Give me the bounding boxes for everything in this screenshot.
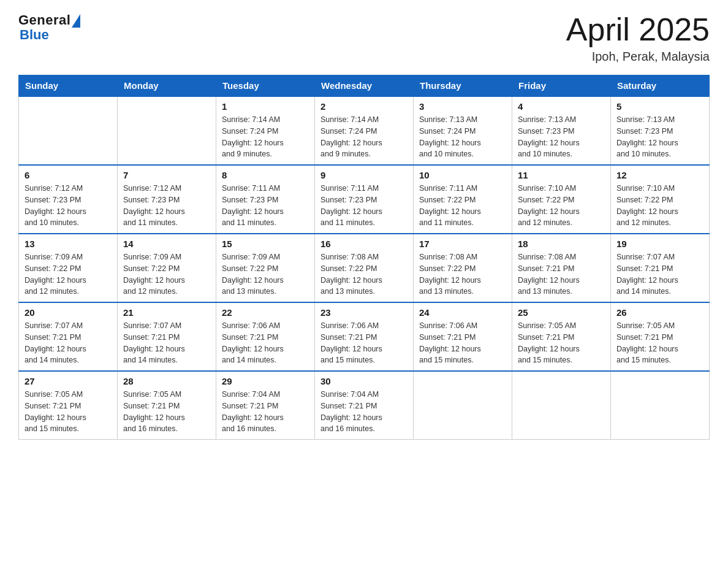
day-info: Sunrise: 7:08 AMSunset: 7:22 PMDaylight:…: [320, 251, 408, 297]
day-info: Sunrise: 7:11 AMSunset: 7:23 PMDaylight:…: [222, 183, 309, 229]
page-header: General Blue April 2025 Ipoh, Perak, Mal…: [18, 12, 710, 64]
day-number: 7: [123, 170, 210, 180]
day-number: 17: [419, 239, 506, 249]
day-number: 19: [616, 239, 703, 249]
calendar-cell: [512, 371, 611, 440]
day-number: 2: [320, 101, 408, 112]
calendar-table: SundayMondayTuesdayWednesdayThursdayFrid…: [18, 75, 710, 440]
day-info: Sunrise: 7:08 AMSunset: 7:22 PMDaylight:…: [419, 251, 506, 297]
calendar-cell: 7Sunrise: 7:12 AMSunset: 7:23 PMDaylight…: [118, 165, 216, 234]
weekday-header-tuesday: Tuesday: [216, 75, 315, 97]
calendar-cell: 16Sunrise: 7:08 AMSunset: 7:22 PMDayligh…: [315, 234, 414, 302]
day-number: 25: [518, 307, 605, 318]
day-number: 12: [616, 170, 703, 180]
calendar-cell: 19Sunrise: 7:07 AMSunset: 7:21 PMDayligh…: [611, 234, 710, 302]
logo: General Blue: [18, 12, 80, 43]
calendar-cell: 18Sunrise: 7:08 AMSunset: 7:21 PMDayligh…: [512, 234, 611, 302]
day-number: 9: [320, 170, 408, 180]
calendar-cell: 1Sunrise: 7:14 AMSunset: 7:24 PMDaylight…: [216, 96, 315, 165]
calendar-cell: 30Sunrise: 7:04 AMSunset: 7:21 PMDayligh…: [315, 371, 414, 440]
day-info: Sunrise: 7:08 AMSunset: 7:21 PMDaylight:…: [518, 251, 605, 297]
calendar-cell: 15Sunrise: 7:09 AMSunset: 7:22 PMDayligh…: [216, 234, 315, 302]
month-title: April 2025: [566, 12, 710, 47]
logo-blue-text: Blue: [18, 27, 49, 43]
calendar-cell: 14Sunrise: 7:09 AMSunset: 7:22 PMDayligh…: [118, 234, 216, 302]
calendar-cell: 20Sunrise: 7:07 AMSunset: 7:21 PMDayligh…: [19, 302, 118, 371]
day-info: Sunrise: 7:13 AMSunset: 7:23 PMDaylight:…: [616, 114, 703, 160]
day-number: 6: [25, 170, 112, 180]
weekday-header-row: SundayMondayTuesdayWednesdayThursdayFrid…: [19, 75, 710, 97]
calendar-cell: 9Sunrise: 7:11 AMSunset: 7:23 PMDaylight…: [315, 165, 414, 234]
weekday-header-wednesday: Wednesday: [315, 75, 414, 97]
day-number: 27: [25, 376, 112, 386]
day-number: 11: [518, 170, 605, 180]
calendar-cell: 12Sunrise: 7:10 AMSunset: 7:22 PMDayligh…: [611, 165, 710, 234]
day-info: Sunrise: 7:05 AMSunset: 7:21 PMDaylight:…: [25, 389, 112, 435]
calendar-cell: 11Sunrise: 7:10 AMSunset: 7:22 PMDayligh…: [512, 165, 611, 234]
day-number: 13: [25, 239, 112, 249]
weekday-header-friday: Friday: [512, 75, 611, 97]
day-number: 3: [419, 101, 506, 112]
calendar-cell: 8Sunrise: 7:11 AMSunset: 7:23 PMDaylight…: [216, 165, 315, 234]
day-number: 1: [222, 101, 309, 112]
day-info: Sunrise: 7:12 AMSunset: 7:23 PMDaylight:…: [123, 183, 210, 229]
day-number: 16: [320, 239, 408, 249]
day-info: Sunrise: 7:05 AMSunset: 7:21 PMDaylight:…: [518, 320, 605, 366]
calendar-cell: 24Sunrise: 7:06 AMSunset: 7:21 PMDayligh…: [414, 302, 512, 371]
week-row-2: 6Sunrise: 7:12 AMSunset: 7:23 PMDaylight…: [19, 165, 710, 234]
calendar-cell: 5Sunrise: 7:13 AMSunset: 7:23 PMDaylight…: [611, 96, 710, 165]
calendar-cell: [118, 96, 216, 165]
day-number: 23: [320, 307, 408, 318]
day-info: Sunrise: 7:13 AMSunset: 7:23 PMDaylight:…: [518, 114, 605, 160]
calendar-cell: 6Sunrise: 7:12 AMSunset: 7:23 PMDaylight…: [19, 165, 118, 234]
day-info: Sunrise: 7:14 AMSunset: 7:24 PMDaylight:…: [222, 114, 309, 160]
day-number: 30: [320, 376, 408, 386]
weekday-header-monday: Monday: [118, 75, 216, 97]
calendar-cell: 22Sunrise: 7:06 AMSunset: 7:21 PMDayligh…: [216, 302, 315, 371]
week-row-1: 1Sunrise: 7:14 AMSunset: 7:24 PMDaylight…: [19, 96, 710, 165]
day-info: Sunrise: 7:04 AMSunset: 7:21 PMDaylight:…: [320, 389, 408, 435]
day-info: Sunrise: 7:07 AMSunset: 7:21 PMDaylight:…: [25, 320, 112, 366]
calendar-cell: 25Sunrise: 7:05 AMSunset: 7:21 PMDayligh…: [512, 302, 611, 371]
calendar-cell: 10Sunrise: 7:11 AMSunset: 7:22 PMDayligh…: [414, 165, 512, 234]
day-number: 22: [222, 307, 309, 318]
calendar-cell: 3Sunrise: 7:13 AMSunset: 7:24 PMDaylight…: [414, 96, 512, 165]
day-info: Sunrise: 7:07 AMSunset: 7:21 PMDaylight:…: [123, 320, 210, 366]
day-info: Sunrise: 7:09 AMSunset: 7:22 PMDaylight:…: [222, 251, 309, 297]
day-info: Sunrise: 7:07 AMSunset: 7:21 PMDaylight:…: [616, 251, 703, 297]
day-info: Sunrise: 7:05 AMSunset: 7:21 PMDaylight:…: [616, 320, 703, 366]
day-info: Sunrise: 7:06 AMSunset: 7:21 PMDaylight:…: [419, 320, 506, 366]
day-info: Sunrise: 7:09 AMSunset: 7:22 PMDaylight:…: [25, 251, 112, 297]
day-number: 15: [222, 239, 309, 249]
day-info: Sunrise: 7:10 AMSunset: 7:22 PMDaylight:…: [518, 183, 605, 229]
weekday-header-thursday: Thursday: [414, 75, 512, 97]
calendar-cell: 27Sunrise: 7:05 AMSunset: 7:21 PMDayligh…: [19, 371, 118, 440]
calendar-cell: 29Sunrise: 7:04 AMSunset: 7:21 PMDayligh…: [216, 371, 315, 440]
day-info: Sunrise: 7:12 AMSunset: 7:23 PMDaylight:…: [25, 183, 112, 229]
title-area: April 2025 Ipoh, Perak, Malaysia: [566, 12, 710, 64]
day-number: 29: [222, 376, 309, 386]
calendar-cell: [19, 96, 118, 165]
day-number: 5: [616, 101, 703, 112]
week-row-4: 20Sunrise: 7:07 AMSunset: 7:21 PMDayligh…: [19, 302, 710, 371]
day-info: Sunrise: 7:14 AMSunset: 7:24 PMDaylight:…: [320, 114, 408, 160]
day-info: Sunrise: 7:05 AMSunset: 7:21 PMDaylight:…: [123, 389, 210, 435]
location-text: Ipoh, Perak, Malaysia: [566, 50, 710, 64]
weekday-header-sunday: Sunday: [19, 75, 118, 97]
calendar-cell: 17Sunrise: 7:08 AMSunset: 7:22 PMDayligh…: [414, 234, 512, 302]
logo-general-text: General: [18, 12, 70, 28]
weekday-header-saturday: Saturday: [611, 75, 710, 97]
day-number: 10: [419, 170, 506, 180]
calendar-cell: 28Sunrise: 7:05 AMSunset: 7:21 PMDayligh…: [118, 371, 216, 440]
day-info: Sunrise: 7:11 AMSunset: 7:22 PMDaylight:…: [419, 183, 506, 229]
week-row-3: 13Sunrise: 7:09 AMSunset: 7:22 PMDayligh…: [19, 234, 710, 302]
day-info: Sunrise: 7:13 AMSunset: 7:24 PMDaylight:…: [419, 114, 506, 160]
day-number: 18: [518, 239, 605, 249]
calendar-cell: 26Sunrise: 7:05 AMSunset: 7:21 PMDayligh…: [611, 302, 710, 371]
week-row-5: 27Sunrise: 7:05 AMSunset: 7:21 PMDayligh…: [19, 371, 710, 440]
day-info: Sunrise: 7:10 AMSunset: 7:22 PMDaylight:…: [616, 183, 703, 229]
calendar-cell: 13Sunrise: 7:09 AMSunset: 7:22 PMDayligh…: [19, 234, 118, 302]
day-info: Sunrise: 7:09 AMSunset: 7:22 PMDaylight:…: [123, 251, 210, 297]
day-info: Sunrise: 7:04 AMSunset: 7:21 PMDaylight:…: [222, 389, 309, 435]
day-number: 4: [518, 101, 605, 112]
